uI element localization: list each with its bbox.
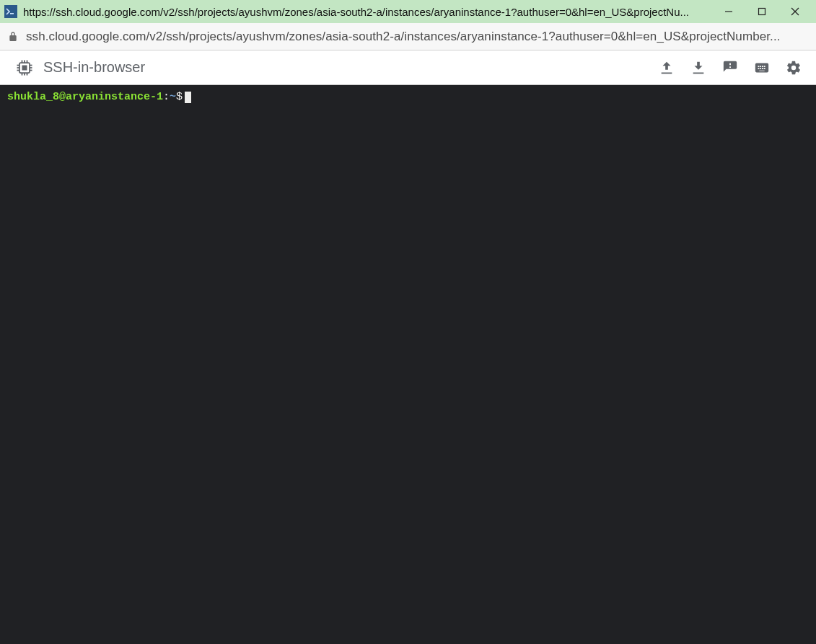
terminal[interactable]: shukla_8@aryaninstance-1:~$ bbox=[0, 85, 816, 644]
maximize-icon bbox=[758, 7, 766, 16]
prompt-path: ~ bbox=[170, 91, 176, 103]
address-bar: ssh.cloud.google.com/v2/ssh/projects/ayu… bbox=[0, 23, 816, 50]
terminal-prompt-line: shukla_8@aryaninstance-1:~$ bbox=[7, 91, 809, 104]
gear-icon bbox=[786, 60, 802, 76]
settings-button[interactable] bbox=[786, 60, 802, 76]
close-icon bbox=[791, 7, 799, 16]
minimize-button[interactable] bbox=[712, 0, 745, 23]
svg-rect-3 bbox=[759, 9, 765, 15]
window-controls bbox=[712, 0, 812, 23]
prompt-user-host: shukla_8@aryaninstance-1 bbox=[7, 91, 163, 103]
upload-icon bbox=[659, 60, 675, 76]
minimize-icon bbox=[724, 7, 733, 16]
download-button[interactable] bbox=[690, 60, 706, 76]
address-url-text[interactable]: ssh.cloud.google.com/v2/ssh/projects/ayu… bbox=[26, 30, 809, 44]
prompt-symbol: $ bbox=[176, 91, 183, 103]
lock-icon bbox=[7, 31, 19, 43]
upload-button[interactable] bbox=[659, 60, 675, 76]
download-icon bbox=[690, 60, 706, 76]
keyboard-button[interactable] bbox=[754, 60, 770, 76]
cpu-icon bbox=[14, 58, 35, 78]
svg-rect-0 bbox=[4, 5, 17, 18]
window-titlebar: https://ssh.cloud.google.com/v2/ssh/proj… bbox=[0, 0, 816, 23]
app-icon bbox=[4, 5, 17, 18]
window-title-text: https://ssh.cloud.google.com/v2/ssh/proj… bbox=[23, 6, 712, 18]
feedback-button[interactable] bbox=[722, 60, 738, 76]
prompt-separator: : bbox=[163, 91, 170, 103]
feedback-icon bbox=[722, 60, 738, 76]
maximize-button[interactable] bbox=[745, 0, 778, 23]
app-title: SSH-in-browser bbox=[43, 59, 145, 76]
keyboard-icon bbox=[754, 60, 770, 76]
app-header: SSH-in-browser bbox=[0, 50, 816, 85]
close-button[interactable] bbox=[778, 0, 812, 23]
terminal-cursor bbox=[185, 92, 191, 103]
svg-rect-1 bbox=[10, 13, 14, 14]
svg-rect-7 bbox=[22, 65, 27, 70]
